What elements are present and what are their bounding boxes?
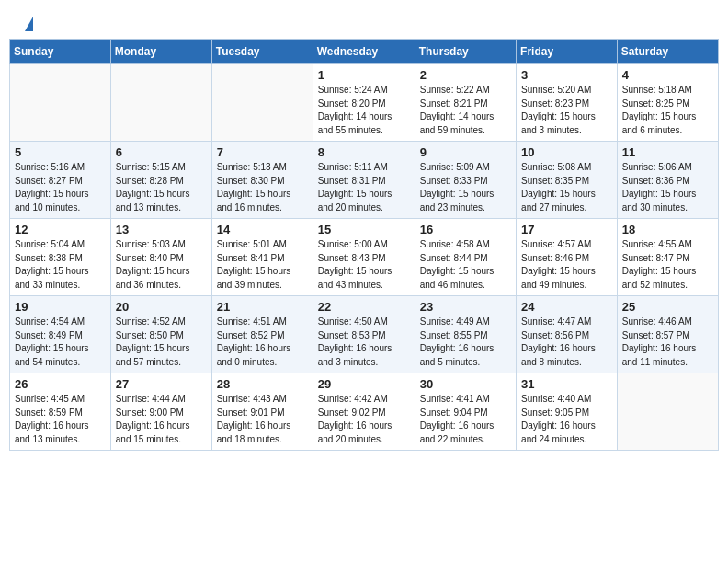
calendar-cell (617, 373, 718, 451)
cell-sun-info: Sunrise: 4:43 AM Sunset: 9:01 PM Dayligh… (217, 393, 308, 446)
calendar-cell: 3Sunrise: 5:20 AM Sunset: 8:23 PM Daylig… (517, 64, 618, 142)
cell-sun-info: Sunrise: 5:22 AM Sunset: 8:21 PM Dayligh… (420, 84, 511, 137)
calendar-cell: 28Sunrise: 4:43 AM Sunset: 9:01 PM Dayli… (211, 373, 313, 451)
calendar-week-row: 19Sunrise: 4:54 AM Sunset: 8:49 PM Dayli… (10, 296, 719, 373)
day-number: 17 (521, 223, 612, 236)
calendar-cell: 29Sunrise: 4:42 AM Sunset: 9:02 PM Dayli… (313, 373, 415, 451)
calendar-cell: 12Sunrise: 5:04 AM Sunset: 8:38 PM Dayli… (10, 219, 111, 296)
calendar-cell: 21Sunrise: 4:51 AM Sunset: 8:52 PM Dayli… (211, 296, 313, 373)
day-number: 20 (116, 300, 207, 314)
day-number: 28 (217, 377, 308, 391)
cell-sun-info: Sunrise: 5:16 AM Sunset: 8:27 PM Dayligh… (15, 161, 106, 214)
cell-sun-info: Sunrise: 4:47 AM Sunset: 8:56 PM Dayligh… (521, 316, 612, 369)
cell-sun-info: Sunrise: 5:15 AM Sunset: 8:28 PM Dayligh… (116, 161, 207, 214)
calendar-cell (211, 64, 313, 142)
weekday-header: Tuesday (211, 40, 313, 64)
calendar-cell: 7Sunrise: 5:13 AM Sunset: 8:30 PM Daylig… (211, 142, 313, 219)
calendar-header-row: SundayMondayTuesdayWednesdayThursdayFrid… (10, 40, 719, 64)
day-number: 15 (318, 223, 410, 236)
day-number: 14 (217, 223, 308, 236)
cell-sun-info: Sunrise: 5:20 AM Sunset: 8:23 PM Dayligh… (521, 84, 612, 137)
calendar-cell: 20Sunrise: 4:52 AM Sunset: 8:50 PM Dayli… (110, 296, 211, 373)
calendar-cell: 14Sunrise: 5:01 AM Sunset: 8:41 PM Dayli… (211, 219, 313, 296)
calendar-cell: 24Sunrise: 4:47 AM Sunset: 8:56 PM Dayli… (517, 296, 618, 373)
calendar-cell: 18Sunrise: 4:55 AM Sunset: 8:47 PM Dayli… (617, 219, 718, 296)
cell-sun-info: Sunrise: 4:41 AM Sunset: 9:04 PM Dayligh… (420, 393, 511, 446)
day-number: 1 (318, 68, 410, 82)
day-number: 24 (521, 300, 612, 314)
cell-sun-info: Sunrise: 4:49 AM Sunset: 8:55 PM Dayligh… (420, 316, 511, 369)
day-number: 30 (420, 377, 511, 391)
calendar-cell: 27Sunrise: 4:44 AM Sunset: 9:00 PM Dayli… (110, 373, 211, 451)
day-number: 26 (15, 377, 106, 391)
day-number: 12 (15, 223, 106, 236)
day-number: 11 (622, 145, 713, 159)
day-number: 25 (622, 300, 713, 314)
cell-sun-info: Sunrise: 5:13 AM Sunset: 8:30 PM Dayligh… (217, 161, 308, 214)
day-number: 3 (521, 68, 612, 82)
calendar-cell: 5Sunrise: 5:16 AM Sunset: 8:27 PM Daylig… (10, 142, 111, 219)
calendar-cell (110, 64, 211, 142)
cell-sun-info: Sunrise: 4:50 AM Sunset: 8:53 PM Dayligh… (318, 316, 410, 369)
day-number: 18 (622, 223, 713, 236)
calendar-cell: 22Sunrise: 4:50 AM Sunset: 8:53 PM Dayli… (313, 296, 415, 373)
weekday-header: Saturday (617, 40, 718, 64)
day-number: 29 (318, 377, 410, 391)
day-number: 9 (420, 145, 511, 159)
calendar-cell: 11Sunrise: 5:06 AM Sunset: 8:36 PM Dayli… (617, 142, 718, 219)
day-number: 31 (521, 377, 612, 391)
calendar-cell: 23Sunrise: 4:49 AM Sunset: 8:55 PM Dayli… (415, 296, 516, 373)
cell-sun-info: Sunrise: 5:18 AM Sunset: 8:25 PM Dayligh… (622, 84, 713, 137)
calendar-cell: 4Sunrise: 5:18 AM Sunset: 8:25 PM Daylig… (617, 64, 718, 142)
cell-sun-info: Sunrise: 4:58 AM Sunset: 8:44 PM Dayligh… (420, 238, 511, 292)
cell-sun-info: Sunrise: 4:44 AM Sunset: 9:00 PM Dayligh… (116, 393, 207, 446)
cell-sun-info: Sunrise: 5:06 AM Sunset: 8:36 PM Dayligh… (622, 161, 713, 214)
weekday-header: Wednesday (313, 40, 415, 64)
calendar-week-row: 26Sunrise: 4:45 AM Sunset: 8:59 PM Dayli… (10, 373, 719, 451)
day-number: 22 (318, 300, 410, 314)
calendar-cell: 13Sunrise: 5:03 AM Sunset: 8:40 PM Dayli… (110, 219, 211, 296)
calendar-cell: 26Sunrise: 4:45 AM Sunset: 8:59 PM Dayli… (10, 373, 111, 451)
calendar-cell: 15Sunrise: 5:00 AM Sunset: 8:43 PM Dayli… (313, 219, 415, 296)
day-number: 4 (622, 68, 713, 82)
calendar-cell (10, 64, 111, 142)
cell-sun-info: Sunrise: 5:03 AM Sunset: 8:40 PM Dayligh… (116, 238, 207, 292)
page-header (0, 0, 728, 39)
cell-sun-info: Sunrise: 5:00 AM Sunset: 8:43 PM Dayligh… (318, 238, 410, 292)
cell-sun-info: Sunrise: 5:01 AM Sunset: 8:41 PM Dayligh… (217, 238, 308, 292)
logo-icon (25, 17, 33, 31)
calendar-week-row: 5Sunrise: 5:16 AM Sunset: 8:27 PM Daylig… (10, 142, 719, 219)
cell-sun-info: Sunrise: 4:46 AM Sunset: 8:57 PM Dayligh… (622, 316, 713, 369)
day-number: 5 (15, 145, 106, 159)
cell-sun-info: Sunrise: 4:51 AM Sunset: 8:52 PM Dayligh… (217, 316, 308, 369)
cell-sun-info: Sunrise: 4:57 AM Sunset: 8:46 PM Dayligh… (521, 238, 612, 292)
calendar-cell: 30Sunrise: 4:41 AM Sunset: 9:04 PM Dayli… (415, 373, 516, 451)
calendar-cell: 31Sunrise: 4:40 AM Sunset: 9:05 PM Dayli… (517, 373, 618, 451)
calendar-cell: 9Sunrise: 5:09 AM Sunset: 8:33 PM Daylig… (415, 142, 516, 219)
day-number: 13 (116, 223, 207, 236)
calendar-week-row: 12Sunrise: 5:04 AM Sunset: 8:38 PM Dayli… (10, 219, 719, 296)
calendar-week-row: 1Sunrise: 5:24 AM Sunset: 8:20 PM Daylig… (10, 64, 719, 142)
calendar-cell: 6Sunrise: 5:15 AM Sunset: 8:28 PM Daylig… (110, 142, 211, 219)
day-number: 8 (318, 145, 410, 159)
day-number: 6 (116, 145, 207, 159)
weekday-header: Friday (517, 40, 618, 64)
calendar-cell: 2Sunrise: 5:22 AM Sunset: 8:21 PM Daylig… (415, 64, 516, 142)
calendar-cell: 25Sunrise: 4:46 AM Sunset: 8:57 PM Dayli… (617, 296, 718, 373)
weekday-header: Sunday (10, 40, 111, 64)
calendar-cell: 8Sunrise: 5:11 AM Sunset: 8:31 PM Daylig… (313, 142, 415, 219)
logo (22, 17, 33, 31)
cell-sun-info: Sunrise: 5:24 AM Sunset: 8:20 PM Dayligh… (318, 84, 410, 137)
cell-sun-info: Sunrise: 5:04 AM Sunset: 8:38 PM Dayligh… (15, 238, 106, 292)
calendar-cell: 17Sunrise: 4:57 AM Sunset: 8:46 PM Dayli… (517, 219, 618, 296)
weekday-header: Thursday (415, 40, 516, 64)
cell-sun-info: Sunrise: 4:40 AM Sunset: 9:05 PM Dayligh… (521, 393, 612, 446)
day-number: 23 (420, 300, 511, 314)
cell-sun-info: Sunrise: 5:09 AM Sunset: 8:33 PM Dayligh… (420, 161, 511, 214)
day-number: 7 (217, 145, 308, 159)
cell-sun-info: Sunrise: 5:08 AM Sunset: 8:35 PM Dayligh… (521, 161, 612, 214)
weekday-header: Monday (110, 40, 211, 64)
day-number: 16 (420, 223, 511, 236)
cell-sun-info: Sunrise: 4:45 AM Sunset: 8:59 PM Dayligh… (15, 393, 106, 446)
day-number: 2 (420, 68, 511, 82)
